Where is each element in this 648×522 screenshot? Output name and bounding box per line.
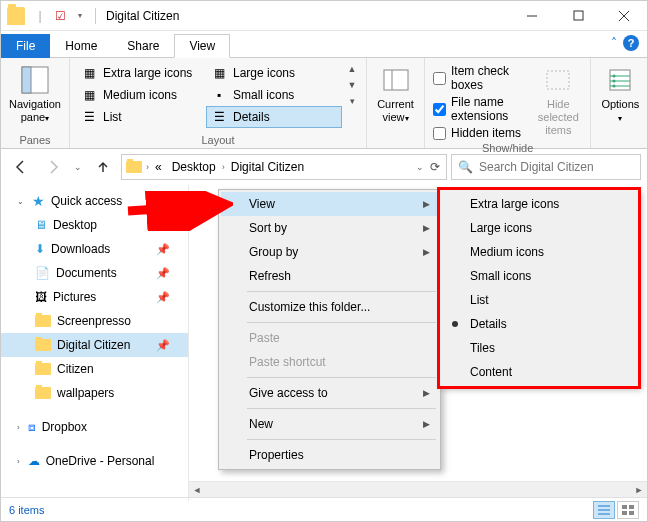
tab-file[interactable]: File xyxy=(1,34,50,58)
layout-large[interactable]: ▦Large icons xyxy=(206,62,342,84)
menu-view[interactable]: View xyxy=(221,192,438,216)
sidebar-desktop[interactable]: 🖥Desktop📌 xyxy=(1,213,188,237)
breadcrumb-dots[interactable]: « xyxy=(151,160,166,174)
address-bar[interactable]: › « Desktop › Digital Citizen ⌄ ⟳ xyxy=(121,154,447,180)
menu-refresh[interactable]: Refresh xyxy=(221,264,438,288)
minimize-button[interactable] xyxy=(509,1,555,31)
navigation-pane-icon xyxy=(19,64,51,96)
pin-icon: 📌 xyxy=(156,219,170,232)
navigation-pane-button[interactable]: Navigation pane▾ xyxy=(7,62,63,124)
sidebar-pictures[interactable]: 🖼Pictures📌 xyxy=(1,285,188,309)
menu-separator xyxy=(247,291,436,292)
scroll-left-button[interactable]: ◄ xyxy=(189,483,205,497)
chevron-right-icon: › xyxy=(17,423,20,432)
sidebar-digital-citizen[interactable]: Digital Citizen📌 xyxy=(1,333,188,357)
details-icon: ☰ xyxy=(211,109,227,125)
refresh-icon[interactable]: ⟳ xyxy=(430,160,440,174)
sidebar-quick-access[interactable]: ⌄★Quick access xyxy=(1,189,188,213)
submenu-tiles[interactable]: Tiles xyxy=(442,336,636,360)
search-input[interactable]: 🔍 Search Digital Citizen xyxy=(451,154,641,180)
qat-dropdown-icon[interactable]: ▾ xyxy=(71,7,89,25)
item-count: 6 items xyxy=(9,504,44,516)
submenu-small[interactable]: Small icons xyxy=(442,264,636,288)
folder-icon xyxy=(35,363,51,375)
address-dropdown-icon[interactable]: ⌄ xyxy=(416,162,424,172)
thumbnails-view-button[interactable] xyxy=(617,501,639,519)
details-view-button[interactable] xyxy=(593,501,615,519)
menu-group-by[interactable]: Group by xyxy=(221,240,438,264)
submenu-medium[interactable]: Medium icons xyxy=(442,240,636,264)
folder-icon xyxy=(35,315,51,327)
menu-paste-shortcut: Paste shortcut xyxy=(221,350,438,374)
layout-expand[interactable]: ▾ xyxy=(344,94,360,108)
recent-locations-button[interactable]: ⌄ xyxy=(71,153,85,181)
tab-share[interactable]: Share xyxy=(112,34,174,58)
documents-icon: 📄 xyxy=(35,266,50,280)
menu-customize[interactable]: Customize this folder... xyxy=(221,295,438,319)
submenu-extra-large[interactable]: Extra large icons xyxy=(442,192,636,216)
submenu-details[interactable]: Details xyxy=(442,312,636,336)
chevron-right-icon[interactable]: › xyxy=(222,162,225,172)
scroll-right-button[interactable]: ► xyxy=(631,483,647,497)
menu-give-access[interactable]: Give access to xyxy=(221,381,438,405)
layout-scroll-down[interactable]: ▼ xyxy=(344,78,360,92)
layout-list[interactable]: ☰List xyxy=(76,106,206,128)
menu-separator xyxy=(247,408,436,409)
ribbon: Navigation pane▾ Panes ▦Extra large icon… xyxy=(1,57,647,149)
check-file-extensions[interactable]: File name extensions xyxy=(433,95,528,123)
sidebar-onedrive[interactable]: ›☁OneDrive - Personal xyxy=(1,449,188,473)
help-icon[interactable]: ? xyxy=(623,35,639,51)
ribbon-collapse-icon[interactable]: ˄ xyxy=(611,36,617,50)
sidebar-downloads[interactable]: ⬇Downloads📌 xyxy=(1,237,188,261)
star-icon: ★ xyxy=(32,193,45,209)
desktop-icon: 🖥 xyxy=(35,218,47,232)
back-button[interactable] xyxy=(7,153,35,181)
current-view-button[interactable]: Current view▾ xyxy=(373,62,418,124)
sidebar-documents[interactable]: 📄Documents📌 xyxy=(1,261,188,285)
group-label-panes: Panes xyxy=(7,132,63,148)
sidebar-citizen[interactable]: Citizen xyxy=(1,357,188,381)
menu-properties[interactable]: Properties xyxy=(221,443,438,467)
svg-rect-23 xyxy=(629,511,634,515)
check-item-checkboxes[interactable]: Item check boxes xyxy=(433,64,528,92)
qat-properties-icon[interactable]: ☑ xyxy=(51,7,69,25)
menu-separator xyxy=(247,439,436,440)
pin-icon: 📌 xyxy=(156,339,170,352)
horizontal-scrollbar[interactable]: ◄ ► xyxy=(189,481,647,497)
layout-medium[interactable]: ▦Medium icons xyxy=(76,84,206,106)
submenu-large[interactable]: Large icons xyxy=(442,216,636,240)
qat-separator: | xyxy=(31,7,49,25)
pin-icon: 📌 xyxy=(156,267,170,280)
check-hidden-items[interactable]: Hidden items xyxy=(433,126,528,140)
options-button[interactable]: Options▾ xyxy=(597,62,643,124)
sidebar-dropbox[interactable]: ›⧈Dropbox xyxy=(1,415,188,439)
breadcrumb-desktop[interactable]: Desktop xyxy=(168,160,220,174)
close-button[interactable] xyxy=(601,1,647,31)
sidebar-wallpapers[interactable]: wallpapers xyxy=(1,381,188,405)
menu-separator xyxy=(247,377,436,378)
menu-separator xyxy=(247,322,436,323)
layout-scroll-up[interactable]: ▲ xyxy=(344,62,360,76)
menu-sort-by[interactable]: Sort by xyxy=(221,216,438,240)
extra-large-icon: ▦ xyxy=(81,65,97,81)
chevron-right-icon[interactable]: › xyxy=(146,162,149,172)
large-icon: ▦ xyxy=(211,65,227,81)
menu-new[interactable]: New xyxy=(221,412,438,436)
ribbon-tabs: File Home Share View ˄ ? xyxy=(1,31,647,57)
layout-details[interactable]: ☰Details xyxy=(206,106,342,128)
layout-small[interactable]: ▪Small icons xyxy=(206,84,342,106)
layout-extra-large[interactable]: ▦Extra large icons xyxy=(76,62,206,84)
up-button[interactable] xyxy=(89,153,117,181)
submenu-list[interactable]: List xyxy=(442,288,636,312)
folder-icon xyxy=(126,161,142,173)
maximize-button[interactable] xyxy=(555,1,601,31)
sidebar-screenpresso[interactable]: Screenpresso xyxy=(1,309,188,333)
dropbox-icon: ⧈ xyxy=(28,420,36,434)
breadcrumb-digital-citizen[interactable]: Digital Citizen xyxy=(227,160,308,174)
tab-view[interactable]: View xyxy=(174,34,230,58)
scrollbar-track[interactable] xyxy=(205,483,631,497)
tab-home[interactable]: Home xyxy=(50,34,112,58)
hide-selected-icon xyxy=(542,64,574,96)
submenu-content[interactable]: Content xyxy=(442,360,636,384)
small-icon: ▪ xyxy=(211,87,227,103)
